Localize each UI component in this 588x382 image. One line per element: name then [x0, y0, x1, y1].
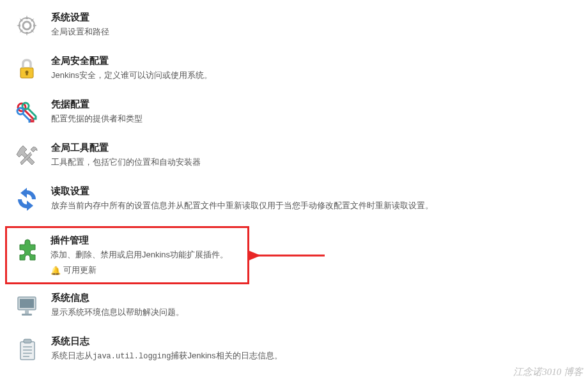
menu-item-system-config[interactable]: 系统设置 全局设置和路径	[13, 11, 588, 40]
svg-rect-4	[26, 72, 28, 75]
menu-title: 全局工具配置	[51, 142, 588, 154]
tools-icon	[13, 142, 41, 170]
menu-title: 读取设置	[51, 185, 588, 197]
menu-text: 凭据配置 配置凭据的提供者和类型	[51, 98, 588, 125]
menu-desc: 添加、删除、禁用或启用Jenkins功能扩展插件。	[50, 249, 242, 261]
clipboard-icon	[13, 335, 41, 363]
monitor-icon	[13, 292, 41, 320]
menu-title: 全局安全配置	[51, 55, 588, 67]
menu-text: 插件管理 添加、删除、禁用或启用Jenkins功能扩展插件。 🔔 可用更新	[50, 234, 242, 276]
watermark: 江念诺3010 博客	[513, 366, 583, 378]
menu-item-global-tools[interactable]: 全局工具配置 工具配置，包括它们的位置和自动安装器	[13, 142, 588, 170]
puzzle-icon	[12, 234, 40, 263]
menu-item-system-log[interactable]: 系统日志 系统日志从java.util.logging捕获Jenkins相关的日…	[13, 335, 588, 363]
lock-icon	[13, 55, 41, 83]
menu-desc: Jenkins安全，定义谁可以访问或使用系统。	[51, 70, 588, 81]
svg-point-0	[23, 22, 31, 29]
menu-item-reload-config[interactable]: 读取设置 放弃当前内存中所有的设置信息并从配置文件中重新读取仅用于当您手动修改配…	[13, 185, 588, 213]
gear-icon	[13, 11, 41, 40]
menu-desc: 工具配置，包括它们的位置和自动安装器	[51, 157, 588, 168]
bell-icon: 🔔	[50, 266, 61, 275]
svg-rect-9	[20, 299, 34, 308]
svg-rect-13	[24, 339, 31, 343]
menu-text: 系统信息 显示系统环境信息以帮助解决问题。	[51, 292, 588, 318]
svg-rect-11	[22, 314, 32, 316]
menu-title: 系统日志	[51, 335, 588, 348]
menu-text: 系统日志 系统日志从java.util.logging捕获Jenkins相关的日…	[51, 335, 588, 362]
svg-rect-12	[20, 342, 35, 360]
menu-desc: 放弃当前内存中所有的设置信息并从配置文件中重新读取仅用于当您手动修改配置文件时重…	[51, 200, 588, 211]
menu-title: 系统设置	[51, 11, 588, 24]
menu-title: 插件管理	[50, 234, 242, 247]
jenkins-manage-menu: 系统设置 全局设置和路径 全局安全配置 Jenkins安全，定义谁可以访问或使用…	[0, 0, 588, 363]
menu-item-global-security[interactable]: 全局安全配置 Jenkins安全，定义谁可以访问或使用系统。	[13, 55, 588, 83]
update-text: 可用更新	[63, 264, 97, 276]
menu-item-system-info[interactable]: 系统信息 显示系统环境信息以帮助解决问题。	[13, 292, 588, 320]
menu-desc: 全局设置和路径	[51, 26, 588, 38]
menu-desc: 系统日志从java.util.logging捕获Jenkins相关的日志信息。	[51, 350, 588, 362]
reload-icon	[13, 185, 41, 213]
update-available: 🔔 可用更新	[50, 264, 242, 276]
menu-desc: 显示系统环境信息以帮助解决问题。	[51, 307, 588, 318]
svg-rect-10	[25, 310, 29, 314]
menu-text: 读取设置 放弃当前内存中所有的设置信息并从配置文件中重新读取仅用于当您手动修改配…	[51, 185, 588, 211]
menu-text: 全局工具配置 工具配置，包括它们的位置和自动安装器	[51, 142, 588, 168]
menu-title: 系统信息	[51, 292, 588, 304]
menu-text: 全局安全配置 Jenkins安全，定义谁可以访问或使用系统。	[51, 55, 588, 81]
menu-item-plugin-manager[interactable]: 插件管理 添加、删除、禁用或启用Jenkins功能扩展插件。 🔔 可用更新	[5, 226, 249, 284]
menu-item-credentials-config[interactable]: 凭据配置 配置凭据的提供者和类型	[13, 98, 588, 126]
menu-desc: 配置凭据的提供者和类型	[51, 113, 588, 125]
svg-point-1	[19, 18, 35, 33]
menu-title: 凭据配置	[51, 98, 588, 111]
keys-icon	[13, 98, 41, 126]
menu-text: 系统设置 全局设置和路径	[51, 11, 588, 38]
